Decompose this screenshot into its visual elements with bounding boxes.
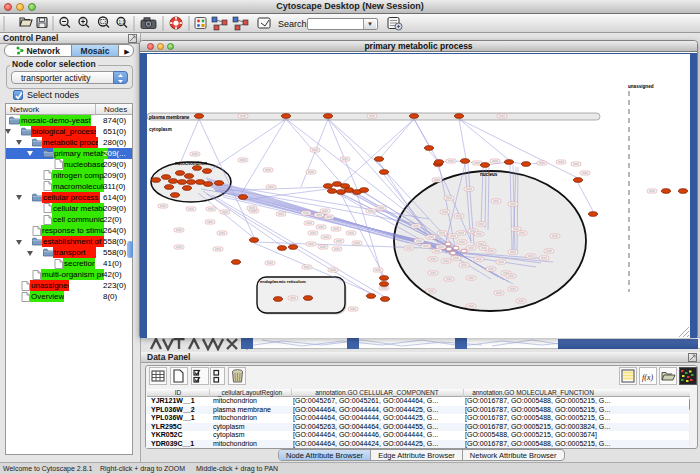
- svg-text:nucleus: nucleus: [480, 172, 498, 177]
- svg-text:cytoplasm: cytoplasm: [149, 127, 172, 132]
- svg-text:f(x): f(x): [642, 373, 653, 382]
- svg-text:1:1: 1:1: [119, 20, 126, 25]
- svg-text:unassigned: unassigned: [628, 84, 654, 89]
- svg-text:endoplasmic reticulum: endoplasmic reticulum: [260, 279, 306, 284]
- svg-text:plasma membrane: plasma membrane: [149, 115, 190, 120]
- svg-text:mitochondrion: mitochondrion: [175, 161, 207, 166]
